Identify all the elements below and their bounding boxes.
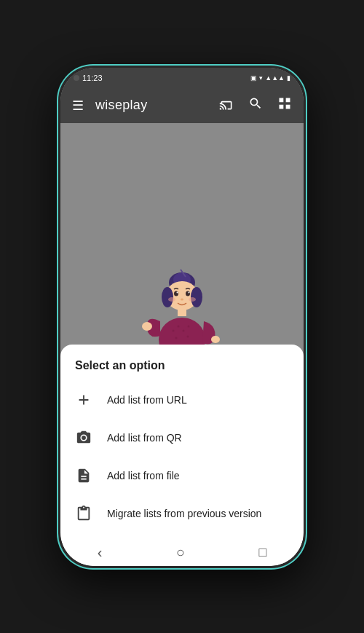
svg-point-13 (181, 298, 183, 300)
file-icon (75, 467, 92, 484)
volume-button (304, 155, 306, 177)
svg-point-11 (168, 297, 175, 302)
camera-icon (75, 429, 92, 447)
svg-point-22 (142, 322, 152, 331)
status-icons: ▣ ▾ ▲▲▲ ▮ (250, 74, 290, 82)
status-time: 11:23 (82, 74, 103, 82)
svg-point-20 (175, 337, 178, 339)
signal-icon: ▲▲▲ (265, 74, 285, 82)
add-qr-label: Add list from QR (107, 432, 182, 444)
svg-rect-14 (178, 309, 186, 316)
search-icon[interactable] (245, 93, 266, 117)
phone-frame: 11:23 ▣ ▾ ▲▲▲ ▮ ☰ wiseplay (58, 66, 306, 568)
phone-screen: 11:23 ▣ ▾ ▲▲▲ ▮ ☰ wiseplay (60, 68, 304, 566)
svg-point-12 (189, 297, 196, 302)
cast-icon[interactable] (216, 94, 237, 117)
svg-point-10 (189, 291, 190, 293)
svg-point-5 (162, 287, 173, 307)
wifi-icon: ▾ (259, 74, 263, 82)
grid-icon[interactable] (274, 93, 295, 117)
bottom-sheet: Select an option Add list from URL (60, 345, 304, 540)
add-file-item[interactable]: Add list from file (60, 457, 304, 495)
status-left: 11:23 (74, 74, 103, 82)
svg-point-7 (174, 291, 178, 296)
sim-icon: ▣ (250, 74, 257, 82)
camera-indicator (74, 75, 79, 81)
add-url-item[interactable]: Add list from URL (60, 381, 304, 419)
add-qr-item[interactable]: Add list from QR (60, 419, 304, 457)
back-button[interactable]: ‹ (83, 540, 117, 565)
bottom-sheet-title: Select an option (60, 359, 304, 381)
recent-button[interactable]: □ (244, 540, 281, 565)
plus-icon (75, 391, 92, 409)
svg-point-21 (187, 335, 189, 337)
svg-point-17 (178, 325, 180, 327)
svg-point-8 (186, 291, 190, 296)
status-bar: 11:23 ▣ ▾ ▲▲▲ ▮ (60, 68, 304, 88)
add-file-label: Add list from file (107, 470, 180, 481)
svg-point-6 (191, 287, 202, 307)
svg-point-19 (188, 325, 190, 327)
app-title: wiseplay (95, 98, 207, 113)
nav-bar: ‹ ○ □ (60, 540, 304, 566)
battery-icon: ▮ (287, 74, 290, 82)
add-url-label: Add list from URL (107, 394, 187, 406)
paste-icon (75, 505, 92, 522)
main-content: There are no available lists Select an o… (60, 123, 304, 540)
svg-point-9 (177, 291, 178, 293)
svg-point-23 (211, 336, 220, 343)
migrate-label: Migrate lists from previous version (107, 508, 261, 519)
svg-point-18 (183, 329, 185, 331)
menu-icon[interactable]: ☰ (69, 95, 87, 117)
svg-point-16 (173, 329, 175, 331)
migrate-item[interactable]: Migrate lists from previous version (60, 495, 304, 532)
app-bar: ☰ wiseplay (60, 88, 304, 123)
home-button[interactable]: ○ (162, 540, 199, 565)
